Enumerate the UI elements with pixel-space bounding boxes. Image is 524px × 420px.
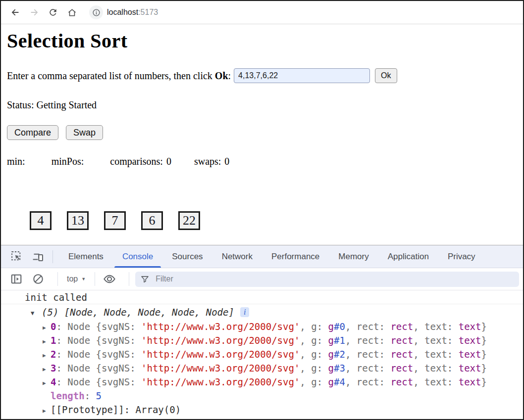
filter-funnel-icon — [140, 275, 150, 284]
console-filter-box[interactable] — [135, 272, 519, 287]
clear-console-icon — [32, 273, 44, 285]
array-box: 4 — [30, 211, 52, 230]
forward-arrow-icon — [29, 7, 40, 18]
expand-triangle-icon[interactable]: ▶ — [43, 363, 51, 376]
console-array-item[interactable]: ▶4: Node {svgNS: 'http://www.w3.org/2000… — [1, 375, 523, 389]
devtools-tool-icons — [1, 245, 59, 268]
divider — [57, 272, 58, 286]
console-length-row: length: 5 — [1, 389, 523, 403]
array-visualization: 4137622 — [7, 211, 517, 230]
ok-button[interactable]: Ok — [375, 68, 397, 83]
tab-console[interactable]: Console — [113, 245, 162, 268]
array-box: 6 — [141, 211, 163, 230]
tab-elements[interactable]: Elements — [59, 245, 113, 268]
console-sidebar-button[interactable] — [8, 271, 25, 287]
dock-sidebar-icon — [10, 273, 22, 285]
info-badge-icon[interactable]: i — [240, 307, 249, 317]
devtools-tabs: ElementsConsoleSourcesNetworkPerformance… — [59, 245, 485, 268]
inspect-icon — [11, 251, 22, 262]
inspect-element-button[interactable] — [8, 248, 25, 265]
compare-button[interactable]: Compare — [7, 125, 58, 140]
expand-triangle-icon[interactable]: ▶ — [43, 335, 51, 349]
tab-application[interactable]: Application — [378, 245, 438, 268]
divider — [52, 250, 53, 263]
console-array-items: ▶0: Node {svgNS: 'http://www.w3.org/2000… — [1, 320, 523, 389]
url-text: localhost:5173 — [107, 8, 158, 17]
info-icon — [92, 8, 101, 17]
expand-triangle-icon[interactable]: ▶ — [43, 349, 51, 363]
console-log-message: init called — [1, 290, 523, 304]
back-arrow-icon — [10, 7, 21, 18]
forward-button[interactable] — [26, 4, 43, 21]
array-box: 13 — [67, 211, 89, 230]
stat-min: min: — [7, 156, 29, 167]
stat-swaps: swaps:0 — [194, 156, 229, 167]
console-messages: init called ▼(5) [Node, Node, Node, Node… — [1, 290, 523, 419]
expand-triangle-icon[interactable]: ▶ — [43, 404, 51, 418]
stat-minpos: minPos: — [52, 156, 88, 167]
console-toolbar: top ▼ — [1, 268, 523, 290]
url-host: localhost — [107, 8, 138, 16]
url-port: :5173 — [138, 8, 158, 16]
devtools-tabbar: ElementsConsoleSourcesNetworkPerformance… — [1, 245, 523, 268]
console-filter-input[interactable] — [155, 274, 514, 284]
browser-window: localhost:5173 Selection Sort Enter a co… — [0, 0, 524, 420]
numbers-input[interactable] — [234, 68, 370, 83]
console-array-item[interactable]: ▶3: Node {svgNS: 'http://www.w3.org/2000… — [1, 361, 523, 375]
divider — [129, 272, 129, 286]
tab-privacy[interactable]: Privacy — [438, 245, 485, 268]
execution-context-selector[interactable]: top ▼ — [64, 275, 89, 283]
url-bar[interactable]: localhost:5173 — [89, 5, 158, 19]
array-box: 22 — [178, 211, 200, 230]
status-text: Status: Getting Started — [7, 99, 517, 111]
console-array-item[interactable]: ▶0: Node {svgNS: 'http://www.w3.org/2000… — [1, 320, 523, 333]
context-label: top — [67, 275, 78, 283]
eye-icon — [103, 273, 116, 285]
page-content: Selection Sort Enter a comma separated l… — [1, 24, 523, 245]
device-toolbar-icon — [32, 251, 44, 263]
device-toolbar-button[interactable] — [30, 248, 47, 265]
tab-sources[interactable]: Sources — [162, 245, 212, 268]
number-input-row: Enter a comma separated list of numbers,… — [7, 68, 517, 83]
reload-icon — [48, 7, 58, 17]
stat-comparisons: comparisons:0 — [110, 156, 171, 167]
divider — [95, 272, 95, 286]
tab-performance[interactable]: Performance — [262, 245, 329, 268]
browser-toolbar: localhost:5173 — [1, 1, 523, 24]
swap-button[interactable]: Swap — [66, 125, 103, 140]
chevron-down-icon: ▼ — [81, 277, 86, 281]
site-info-button[interactable] — [89, 5, 103, 19]
tab-memory[interactable]: Memory — [329, 245, 378, 268]
devtools-panel: ElementsConsoleSourcesNetworkPerformance… — [1, 245, 523, 419]
clear-console-button[interactable] — [30, 271, 47, 287]
live-expression-button[interactable] — [101, 271, 118, 287]
array-box: 7 — [104, 211, 126, 230]
console-array-header[interactable]: ▼(5) [Node, Node, Node, Node, Node]i — [1, 305, 523, 320]
console-array-item[interactable]: ▶2: Node {svgNS: 'http://www.w3.org/2000… — [1, 347, 523, 361]
action-buttons: Compare Swap — [7, 125, 517, 140]
tab-network[interactable]: Network — [212, 245, 262, 268]
back-button[interactable] — [7, 4, 24, 21]
page-title: Selection Sort — [7, 29, 517, 52]
console-prototype-row[interactable]: ▶[[Prototype]]: Array(0) — [1, 403, 523, 417]
home-icon — [67, 7, 77, 18]
reload-button[interactable] — [45, 4, 61, 21]
expand-triangle-icon[interactable]: ▶ — [43, 321, 51, 335]
stats-row: min: minPos: comparisons:0 swaps:0 — [7, 156, 517, 167]
home-button[interactable] — [63, 4, 80, 21]
expand-triangle-icon[interactable]: ▶ — [43, 376, 51, 390]
input-label: Enter a comma separated list of numbers,… — [7, 70, 231, 82]
console-array-item[interactable]: ▶1: Node {svgNS: 'http://www.w3.org/2000… — [1, 333, 523, 347]
collapse-triangle-icon[interactable]: ▼ — [31, 306, 42, 321]
